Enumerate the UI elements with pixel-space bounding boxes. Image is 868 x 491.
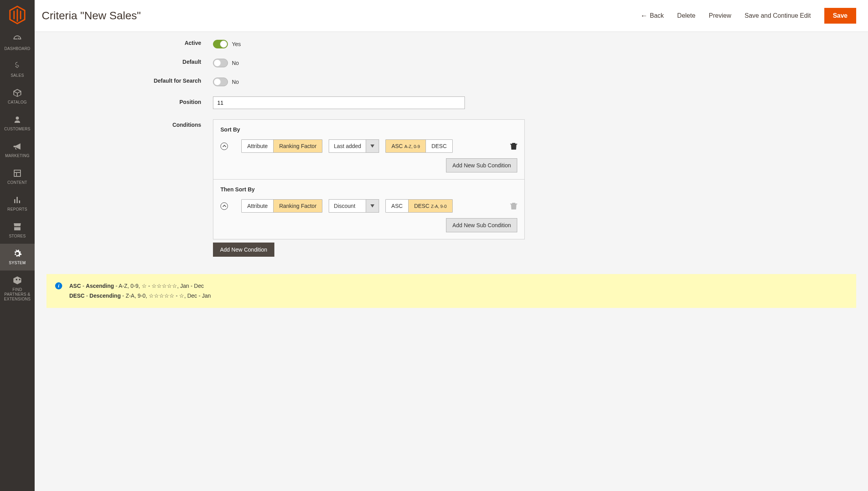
- back-button[interactable]: ← Back: [640, 12, 664, 20]
- label-default: Default: [42, 59, 213, 65]
- chevron-up-icon: [222, 144, 226, 148]
- row-addnew: Add New Condition: [42, 239, 856, 257]
- toggle-active-wrap: Yes: [213, 40, 241, 48]
- btn-desc-1[interactable]: DESC: [426, 140, 452, 152]
- toggle-active-value: Yes: [232, 41, 241, 47]
- delete-condition-1[interactable]: [510, 142, 517, 150]
- row-default: Default No: [42, 59, 856, 67]
- row-conditions: Conditions Sort By Attribute Ranking Fac…: [42, 119, 856, 239]
- nav-content[interactable]: CONTENT: [0, 163, 35, 190]
- magento-logo-icon: [9, 6, 26, 24]
- dir-toggle-1: ASCA-Z, 0-9 DESC: [385, 139, 452, 153]
- row-default-search: Default for Search No: [42, 78, 856, 86]
- toggle-default-search[interactable]: [213, 78, 228, 86]
- nav-stores[interactable]: STORES: [0, 217, 35, 244]
- type-toggle-1: Attribute Ranking Factor: [241, 139, 322, 153]
- btn-ranking-1[interactable]: Ranking Factor: [273, 140, 322, 152]
- main-area: Criteria "New Sales" ← Back Delete Previ…: [35, 0, 868, 491]
- info-icon: i: [55, 282, 62, 289]
- nav-reports[interactable]: REPORTS: [0, 190, 35, 217]
- label-position: Position: [42, 96, 213, 105]
- btn-desc-2[interactable]: DESCZ-A, 9-0: [408, 200, 452, 212]
- puzzle-icon: [13, 276, 22, 285]
- select-2-value[interactable]: Discount: [329, 199, 366, 213]
- triangle-down-icon: [370, 204, 374, 208]
- info-box: i ASC - Ascending - A-Z, 0-9, ☆ - ☆☆☆☆☆,…: [46, 274, 856, 308]
- triangle-down-icon: [370, 145, 374, 148]
- nav-dashboard[interactable]: DASHBOARD: [0, 30, 35, 56]
- delete-condition-2[interactable]: [510, 202, 517, 210]
- toggle-default-search-wrap: No: [213, 78, 239, 86]
- row-active: Active Yes: [42, 40, 856, 48]
- thensortby-sub-row: Add New Sub Condition: [220, 218, 517, 232]
- btn-attribute-2[interactable]: Attribute: [242, 200, 273, 212]
- dir-toggle-2: ASC DESCZ-A, 9-0: [385, 199, 452, 213]
- preview-button[interactable]: Preview: [709, 12, 731, 19]
- thensortby-row: Attribute Ranking Factor Discount ASC: [220, 199, 517, 213]
- sortby-sub-row: Add New Sub Condition: [220, 158, 517, 172]
- collapse-toggle-1[interactable]: [220, 143, 228, 150]
- thensortby-title: Then Sort By: [220, 186, 517, 193]
- chevron-up-icon: [222, 204, 226, 208]
- toggle-default-wrap: No: [213, 59, 239, 67]
- nav-system[interactable]: SYSTEM: [0, 244, 35, 271]
- condition-block-sortby: Sort By Attribute Ranking Factor Last ad…: [213, 120, 524, 180]
- position-input[interactable]: [213, 96, 465, 109]
- gear-icon: [13, 249, 22, 258]
- collapse-toggle-2[interactable]: [220, 202, 228, 210]
- select-1-arrow[interactable]: [366, 139, 379, 153]
- sidebar: DASHBOARD SALES CATALOG CUSTOMERS MARKET…: [0, 0, 35, 491]
- dollar-icon: [13, 61, 22, 71]
- trash-icon: [510, 202, 517, 210]
- save-button[interactable]: Save: [824, 8, 856, 24]
- layout-icon: [13, 169, 22, 178]
- megaphone-icon: [13, 142, 22, 151]
- nav-catalog[interactable]: CATALOG: [0, 83, 35, 110]
- label-active: Active: [42, 40, 213, 46]
- nav-customers[interactable]: CUSTOMERS: [0, 110, 35, 137]
- info-asc-line: ASC - Ascending - A-Z, 0-9, ☆ - ☆☆☆☆☆, J…: [69, 281, 211, 291]
- add-sub-condition-1[interactable]: Add New Sub Condition: [446, 158, 517, 172]
- conditions-wrap: Sort By Attribute Ranking Factor Last ad…: [213, 119, 525, 239]
- nav-sales[interactable]: SALES: [0, 56, 35, 83]
- label-default-search: Default for Search: [42, 78, 213, 84]
- box-icon: [13, 88, 22, 98]
- btn-ranking-2[interactable]: Ranking Factor: [273, 200, 322, 212]
- page-header: Criteria "New Sales" ← Back Delete Previ…: [35, 0, 868, 31]
- sortby-title: Sort By: [220, 126, 517, 133]
- btn-asc-1[interactable]: ASCA-Z, 0-9: [386, 140, 426, 152]
- toggle-active[interactable]: [213, 40, 228, 48]
- person-icon: [13, 115, 22, 124]
- nav-partners[interactable]: FIND PARTNERS & EXTENSIONS: [0, 271, 35, 307]
- save-continue-button[interactable]: Save and Continue Edit: [745, 12, 811, 19]
- info-text: ASC - Ascending - A-Z, 0-9, ☆ - ☆☆☆☆☆, J…: [69, 281, 211, 301]
- toggle-default-search-value: No: [232, 79, 239, 85]
- btn-attribute-1[interactable]: Attribute: [242, 140, 273, 152]
- delete-button[interactable]: Delete: [677, 12, 695, 19]
- row-position: Position: [42, 96, 856, 109]
- toggle-default-value: No: [232, 60, 239, 66]
- label-conditions: Conditions: [42, 119, 213, 128]
- header-actions: ← Back Delete Preview Save and Continue …: [640, 8, 856, 24]
- select-1: Last added: [329, 139, 379, 153]
- btn-asc-2[interactable]: ASC: [386, 200, 408, 212]
- select-1-value[interactable]: Last added: [329, 139, 366, 153]
- condition-block-thensortby: Then Sort By Attribute Ranking Factor Di…: [213, 180, 524, 239]
- logo[interactable]: [0, 0, 35, 30]
- trash-icon: [510, 142, 517, 150]
- dashboard-icon: [13, 35, 22, 44]
- select-2: Discount: [329, 199, 379, 213]
- add-new-condition[interactable]: Add New Condition: [213, 243, 274, 257]
- position-control: [213, 96, 465, 109]
- store-icon: [13, 222, 22, 232]
- nav-marketing[interactable]: MARKETING: [0, 137, 35, 163]
- bars-icon: [13, 195, 22, 205]
- page-title: Criteria "New Sales": [42, 9, 141, 22]
- add-sub-condition-2[interactable]: Add New Sub Condition: [446, 218, 517, 232]
- arrow-left-icon: ←: [640, 12, 648, 20]
- info-desc-line: DESC - Descending - Z-A, 9-0, ☆☆☆☆☆ - ☆,…: [69, 291, 211, 301]
- form-area: Active Yes Default No Default for Search…: [35, 32, 868, 269]
- select-2-arrow[interactable]: [366, 199, 379, 213]
- toggle-default[interactable]: [213, 59, 228, 67]
- type-toggle-2: Attribute Ranking Factor: [241, 199, 322, 213]
